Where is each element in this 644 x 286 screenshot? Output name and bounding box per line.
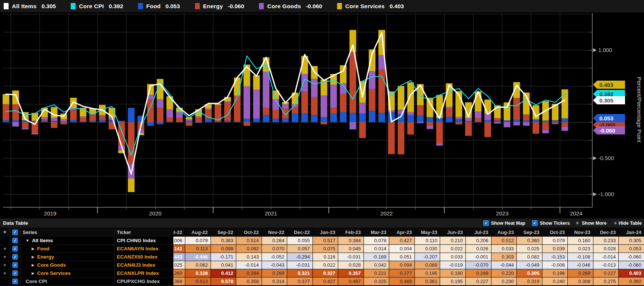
collapsed-arrow-icon[interactable]: ▶ (32, 263, 35, 267)
show-more-control[interactable]: «Show More (576, 220, 606, 226)
bar-segment-food (195, 122, 202, 123)
drag-handle-diamond-icon[interactable]: ✧ (0, 269, 10, 277)
drag-handle-diamond-icon[interactable]: ✧ (0, 228, 10, 237)
row-visibility-checkbox[interactable]: ✓ (12, 230, 18, 235)
series-cell-core-cpi[interactable]: Core CPI (20, 277, 114, 286)
legend-item-food[interactable]: Food0.053 (138, 3, 180, 10)
collapsed-arrow-icon[interactable]: ▶ (32, 255, 35, 259)
series-cell-all-items[interactable]: ▼All Items (20, 237, 114, 245)
heat-cell: 0.022 (440, 245, 465, 253)
heat-cell: 0.392 (618, 277, 644, 286)
month-column-header[interactable]: Jul-23 (465, 228, 491, 237)
bar-segment-core-goods (417, 122, 424, 123)
x-axis-year-label: 2022 (380, 210, 393, 217)
heat-cell-value: 0.260 (173, 269, 182, 277)
series-cell-food[interactable]: ▶Food (20, 245, 114, 253)
month-column-header[interactable]: Aug-23 (491, 228, 517, 237)
month-column-header[interactable]: Nov-22 (262, 228, 287, 237)
month-column-header[interactable]: Jan-23 (313, 228, 338, 237)
heat-cell-value: 0.468 (400, 277, 412, 285)
series-column-header[interactable]: Series (20, 228, 114, 237)
legend-item-core_cpi[interactable]: Core CPI0.392 (71, 3, 123, 10)
month-column-header[interactable]: Jun-23 (440, 228, 465, 237)
ticker-column-header[interactable]: Ticker (114, 228, 173, 237)
table-header-row: ✧✓SeriesTickerJul-22Aug-22Sep-22Oct-22No… (0, 228, 644, 237)
heat-cell-value: 0.578 (221, 277, 234, 285)
month-column-header[interactable]: Feb-23 (338, 228, 363, 237)
y-axis-tick-arrow (593, 192, 597, 196)
heat-cell-value: 0.467 (349, 277, 361, 285)
month-column-header[interactable]: May-23 (414, 228, 440, 237)
bar-segment-energy (494, 118, 501, 120)
drag-handle-diamond-icon[interactable]: ✧ (0, 261, 10, 269)
collapsed-arrow-icon[interactable]: ▶ (32, 247, 35, 251)
month-column-header[interactable]: Nov-23 (567, 228, 593, 237)
heat-cell: -0.446 (185, 253, 211, 261)
row-visibility-checkbox[interactable]: ✓ (12, 270, 18, 276)
month-column-header[interactable]: Sep-22 (211, 228, 236, 237)
heat-cell: -0.013 (593, 261, 619, 269)
heat-cell: -0.014 (593, 253, 619, 261)
heat-cell: 0.305 (516, 269, 542, 277)
month-column-header[interactable]: Dec-23 (593, 228, 619, 237)
legend-item-core_goods[interactable]: Core Goods-0.060 (259, 3, 322, 10)
bar-segment-core-goods (455, 117, 462, 119)
month-column-header[interactable]: Oct-23 (542, 228, 568, 237)
heat-cell-value: 0.305 (629, 237, 641, 244)
show-heat-map-control[interactable]: ✓Show Heat Map (483, 220, 525, 226)
bar-segment-core-goods (224, 101, 231, 103)
legend-swatch-core_goods (259, 3, 264, 9)
row-visibility-checkbox[interactable]: ✓ (12, 254, 18, 260)
heat-cell-value: 0.325 (374, 277, 387, 285)
row-visibility-checkbox[interactable]: ✓ (12, 246, 18, 251)
legend-item-all_items[interactable]: All Items0.305 (4, 3, 56, 10)
month-column-header[interactable]: Jan-24 (618, 228, 644, 237)
heat-cell: 0.358 (236, 277, 262, 286)
legend-item-energy[interactable]: Energy-0.060 (195, 3, 244, 10)
bar-segment-core-goods (513, 122, 520, 126)
bar-segment-food (340, 112, 347, 122)
heat-cell: 0.233 (593, 237, 619, 245)
last-value-badge-label: 0.053 (599, 115, 613, 121)
heat-cell: -0.189 (363, 253, 389, 261)
month-column-header[interactable]: Oct-22 (236, 228, 262, 237)
heat-cell: 0.220 (491, 269, 517, 277)
series-cell-core-goods[interactable]: ▶Core Goods (20, 261, 114, 269)
series-cell-core-services[interactable]: ▶Core Services (20, 269, 114, 277)
collapsed-arrow-icon[interactable]: ▶ (32, 271, 35, 275)
bar-segment-energy (22, 122, 29, 128)
month-column-header[interactable]: Aug-22 (185, 228, 211, 237)
heat-cell: -0.207 (414, 253, 440, 261)
heat-cell-value: 0.210 (451, 237, 463, 244)
row-visibility-checkbox[interactable]: ✓ (12, 279, 18, 284)
heat-cell-value: 0.014 (374, 245, 387, 253)
show-tickers-control[interactable]: ✓Show Tickers (532, 220, 570, 226)
month-column-header-label: Dec-23 (600, 228, 616, 236)
month-column-header[interactable]: Dec-22 (287, 228, 313, 237)
heat-cell: 0.113 (185, 245, 211, 253)
last-value-badge-label: 0.403 (599, 82, 613, 88)
bar-segment-core-goods (244, 86, 250, 118)
month-column-header[interactable]: Apr-23 (389, 228, 414, 237)
bar-segment-food (465, 121, 472, 122)
bar-segment-core-goods (51, 118, 58, 121)
hide-table-control[interactable]: «Hide Table (613, 220, 642, 226)
expand-arrow-icon[interactable]: ▼ (26, 238, 29, 243)
bar-segment-core-goods (504, 122, 510, 127)
heat-cell: 0.030 (414, 245, 440, 253)
row-visibility-checkbox[interactable]: ✓ (12, 238, 18, 243)
month-column-header[interactable]: Mar-23 (363, 228, 389, 237)
row-visibility-checkbox[interactable]: ✓ (12, 262, 18, 268)
ticker-name: ECANZX50 Index (115, 254, 158, 260)
bar-segment-core-goods (542, 130, 549, 133)
drag-handle-diamond-icon[interactable]: ✧ (0, 253, 10, 261)
bar-segment-food (215, 121, 221, 122)
month-column-header[interactable]: Jul-22 (173, 228, 185, 237)
heat-cell-value: 0.517 (323, 237, 336, 244)
drag-handle-diamond-icon[interactable]: ✧ (0, 245, 10, 253)
series-cell-energy[interactable]: ▶Energy (20, 253, 114, 261)
heat-cell-value: 0.025 (173, 261, 182, 269)
month-column-header[interactable]: Sep-23 (516, 228, 542, 237)
bar-segment-energy (166, 118, 173, 121)
legend-item-core_services[interactable]: Core Services0.403 (337, 3, 404, 10)
